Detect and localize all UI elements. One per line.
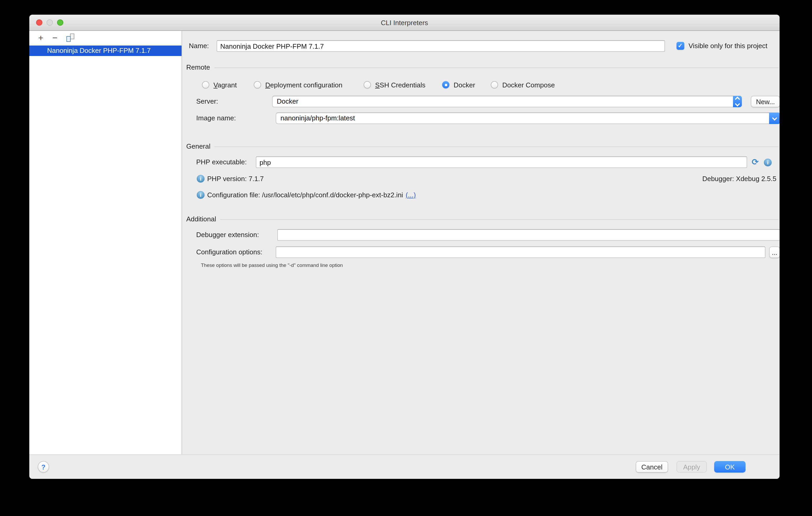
remote-section-header: Remote <box>186 63 779 71</box>
php-version-text: PHP version: 7.1.7 <box>207 173 264 185</box>
general-section-title: General <box>186 142 210 150</box>
visible-only-label: Visible only for this project <box>689 42 767 50</box>
stepper-icon <box>733 96 742 107</box>
server-select[interactable]: Docker <box>272 96 742 107</box>
debugger-extension-label: Debugger extension: <box>196 229 259 241</box>
remove-interpreter-icon[interactable]: − <box>52 34 58 42</box>
reload-phpinfo-icon[interactable] <box>751 157 760 166</box>
section-divider <box>214 67 779 68</box>
radio-circle-icon <box>202 81 209 88</box>
interpreter-list-item[interactable]: Nanoninja Docker PHP-FPM 7.1.7 <box>29 46 181 56</box>
traffic-lights <box>36 15 63 30</box>
screen: CLI Interpreters + − Nanoninja Docker PH… <box>0 0 812 516</box>
radio-ssh-credentials[interactable]: SSH Credentials <box>364 81 425 89</box>
zoom-window-button[interactable] <box>57 19 63 26</box>
apply-button: Apply <box>676 461 707 472</box>
radio-circle-icon <box>491 81 498 88</box>
image-name-combo[interactable]: nanoninja/php-fpm:latest <box>276 113 780 124</box>
name-label: Name: <box>189 40 209 52</box>
ok-button[interactable]: OK <box>714 461 746 472</box>
chevron-down-icon <box>735 101 740 107</box>
debugger-version-text: Debugger: Xdebug 2.5.5 <box>702 173 776 185</box>
section-divider <box>220 219 779 220</box>
radio-circle-icon <box>364 81 371 88</box>
image-name-value: nanoninja/php-fpm:latest <box>276 113 780 123</box>
help-button[interactable]: ? <box>38 461 49 472</box>
cli-interpreters-dialog: CLI Interpreters + − Nanoninja Docker PH… <box>29 15 780 479</box>
add-interpreter-icon[interactable]: + <box>38 34 44 42</box>
visible-only-row: Visible only for this project <box>676 42 767 50</box>
additional-section-title: Additional <box>186 215 216 223</box>
minimize-window-button <box>47 19 53 26</box>
combo-dropdown-button[interactable] <box>769 113 780 124</box>
general-section-header: General <box>186 142 779 150</box>
radio-docker-label: Docker <box>454 81 475 89</box>
title-bar: CLI Interpreters <box>29 15 780 31</box>
radio-deployment-label: Deployment configuration <box>265 81 342 89</box>
radio-docker-compose[interactable]: Docker Compose <box>491 81 555 89</box>
info-icon <box>197 191 205 199</box>
radio-deployment-configuration[interactable]: Deployment configuration <box>254 81 342 89</box>
configuration-options-label: Configuration options: <box>196 247 262 258</box>
chevron-up-icon <box>735 96 740 102</box>
info-icon <box>764 159 772 166</box>
image-name-label: Image name: <box>196 113 236 124</box>
radio-selected-icon <box>442 81 450 88</box>
configuration-file-text: Configuration file: /usr/local/etc/php/c… <box>207 190 416 201</box>
cancel-button[interactable]: Cancel <box>636 461 668 472</box>
interpreter-list: Nanoninja Docker PHP-FPM 7.1.7 <box>29 46 181 454</box>
info-icon <box>197 175 205 183</box>
browse-options-button[interactable]: ... <box>769 247 780 258</box>
php-executable-label: PHP executable: <box>196 156 247 168</box>
server-label: Server: <box>196 96 218 107</box>
radio-ssh-label: SSH Credentials <box>375 81 425 89</box>
copy-interpreter-icon[interactable] <box>66 33 74 42</box>
section-divider <box>215 146 779 147</box>
dialog-body: + − Nanoninja Docker PHP-FPM 7.1.7 Name: <box>29 31 780 454</box>
remote-section-title: Remote <box>186 63 210 71</box>
radio-docker-compose-label: Docker Compose <box>502 81 555 89</box>
visible-only-checkbox[interactable] <box>676 42 684 50</box>
new-server-button[interactable]: New... <box>751 96 780 107</box>
php-executable-input[interactable] <box>256 156 747 168</box>
debugger-extension-input[interactable] <box>277 229 780 241</box>
sidebar-toolbar: + − <box>29 31 181 46</box>
interpreters-sidebar: + − Nanoninja Docker PHP-FPM 7.1.7 <box>29 31 182 454</box>
radio-docker[interactable]: Docker <box>442 81 475 89</box>
radio-vagrant-label: Vagrant <box>213 81 237 89</box>
settings-panel: Name: Visible only for this project Remo… <box>182 31 780 454</box>
radio-circle-icon <box>254 81 261 88</box>
radio-vagrant[interactable]: Vagrant <box>202 81 237 89</box>
server-select-value: Docker <box>272 96 742 107</box>
configuration-options-input[interactable] <box>276 247 765 258</box>
window-title: CLI Interpreters <box>381 19 428 26</box>
additional-section-header: Additional <box>186 215 779 223</box>
options-note-text: These options will be passed using the "… <box>201 262 343 268</box>
close-window-button[interactable] <box>36 19 42 26</box>
name-input[interactable] <box>216 40 665 52</box>
dialog-footer: ? Cancel Apply OK <box>29 454 780 479</box>
chevron-down-icon <box>772 115 777 121</box>
config-file-more-link[interactable]: (...) <box>406 191 416 199</box>
